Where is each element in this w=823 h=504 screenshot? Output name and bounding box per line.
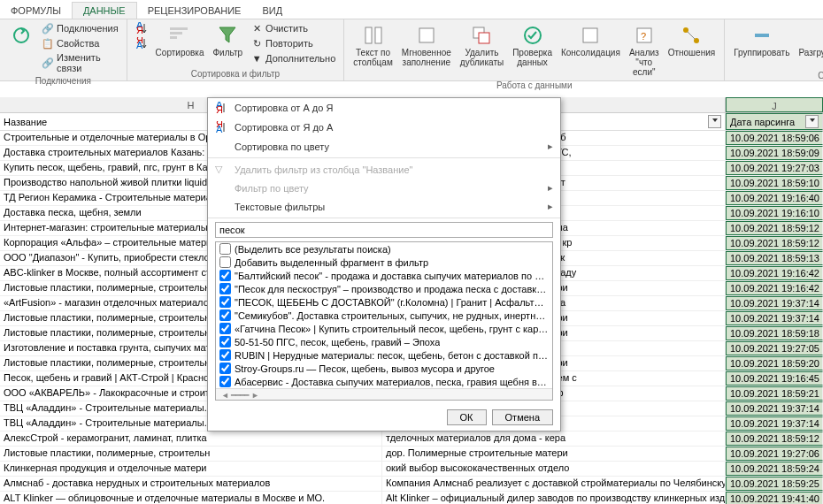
reapply-button[interactable]: ↻Повторить: [248, 36, 338, 50]
cell[interactable]: 10.09.2021 19:16:45: [726, 371, 823, 386]
cell[interactable]: 10.09.2021 18:59:06: [726, 131, 823, 145]
filter-checkbox[interactable]: [219, 243, 231, 255]
cell[interactable]: 10.09.2021 18:59:18: [726, 326, 823, 340]
table-row[interactable]: Алмснаб - доставка нерудных и строительн…: [0, 477, 823, 492]
cell[interactable]: 10.09.2021 19:27:05: [726, 341, 823, 355]
header-cell-date[interactable]: Дата парсинга: [726, 113, 823, 130]
sort-color-item[interactable]: Сортировка по цвету▸: [208, 137, 560, 156]
cell[interactable]: Алмснаб - доставка нерудных и строительн…: [0, 477, 382, 491]
cell[interactable]: 10.09.2021 18:59:10: [726, 176, 823, 190]
text-to-columns-button[interactable]: Текст по столбцам: [350, 21, 396, 69]
group-button[interactable]: Группировать: [730, 21, 793, 59]
cell[interactable]: 10.09.2021 19:37:14: [726, 401, 823, 416]
cell[interactable]: 10.09.2021 19:37:14: [726, 296, 823, 310]
tab-formulas[interactable]: ФОРМУЛЫ: [0, 3, 72, 19]
ok-button[interactable]: ОК: [447, 409, 487, 425]
filter-checkbox[interactable]: [219, 336, 231, 347]
table-row[interactable]: Листовые пластики, полимерные, строитель…: [0, 447, 823, 462]
cell[interactable]: 10.09.2021 19:37:14: [726, 416, 823, 431]
filter-check-item[interactable]: "Балтийский песок" - продажа и доставка …: [216, 269, 552, 282]
filter-check-item[interactable]: "ПЕСОК, ЩЕБЕНЬ С ДОСТАВКОЙ" (г.Коломна) …: [216, 295, 552, 309]
filter-checkbox[interactable]: [219, 349, 231, 361]
cell[interactable]: 10.09.2021 19:27:06: [726, 447, 823, 461]
ungroup-button[interactable]: Разгруппировать: [795, 21, 823, 59]
filter-checkbox[interactable]: [219, 309, 231, 321]
filter-checkbox[interactable]: [219, 376, 231, 387]
cancel-button[interactable]: Отмена: [492, 409, 553, 425]
sort-az-item[interactable]: AЯСортировка от А до Я: [208, 98, 560, 118]
svg-text:?: ?: [641, 31, 646, 42]
tab-review[interactable]: РЕЦЕНЗИРОВАНИЕ: [137, 3, 252, 19]
cell[interactable]: Компания Алмснаб реализует с доставкой с…: [382, 477, 726, 491]
cell[interactable]: тделочных материалов для дома - кера: [382, 431, 726, 446]
filter-check-item[interactable]: Абасервис - Доставка сыпучих материалов,…: [216, 375, 552, 388]
edit-links-button[interactable]: 🔗Изменить связи: [39, 51, 121, 74]
sort-za-item[interactable]: ЯAСортировка от Я до А: [208, 118, 560, 137]
filter-check-item[interactable]: Добавить выделенный фрагмент в фильтр: [216, 256, 552, 269]
filter-checkbox[interactable]: [219, 363, 231, 374]
filter-check-item[interactable]: Stroy-Groups.ru — Песок, щебень, вывоз м…: [216, 362, 552, 375]
filter-check-item[interactable]: (Выделить все результаты поиска): [216, 242, 552, 256]
cell[interactable]: 10.09.2021 19:16:42: [726, 266, 823, 280]
sort-za-button[interactable]: ЯA: [133, 36, 150, 50]
cell[interactable]: Alt Klinker – официальный дилер заводов …: [382, 492, 726, 504]
filter-button[interactable]: Фильтр: [209, 21, 246, 59]
cell[interactable]: 10.09.2021 18:59:21: [726, 386, 823, 401]
filter-search-input[interactable]: [215, 222, 553, 238]
cell[interactable]: 10.09.2021 18:59:13: [726, 251, 823, 265]
filter-checkbox[interactable]: [219, 283, 231, 294]
relationships-button[interactable]: Отношения: [665, 21, 719, 59]
cell[interactable]: дор. Полимерные строительные матери: [382, 447, 726, 461]
scrollbar-hint[interactable]: ◄ ━━━━ ►: [216, 388, 552, 401]
cell[interactable]: Клинкерная продукция и отделочные матери: [0, 462, 382, 476]
filter-checkbox[interactable]: [219, 296, 231, 308]
cell[interactable]: 10.09.2021 18:59:12: [726, 431, 823, 446]
cell[interactable]: 10.09.2021 19:41:40: [726, 492, 823, 504]
filter-check-item[interactable]: "Семикубов". Доставка строительных, сыпу…: [216, 309, 552, 322]
refresh-all-button[interactable]: [5, 21, 37, 50]
filter-dropdown-button-date[interactable]: [805, 115, 819, 128]
cell[interactable]: 10.09.2021 19:16:40: [726, 191, 823, 205]
tab-data[interactable]: ДАННЫЕ: [72, 2, 137, 19]
cell[interactable]: 10.09.2021 18:59:25: [726, 477, 823, 491]
cell[interactable]: 10.09.2021 19:16:42: [726, 281, 823, 295]
whatif-button[interactable]: ?Анализ "что если": [626, 21, 663, 79]
cell[interactable]: окий выбор высококачественных отдело: [382, 462, 726, 476]
table-row[interactable]: АлексСтрой - керамогранит, ламинат, плит…: [0, 431, 823, 447]
filter-check-item[interactable]: RUBIN | Нерудные материалы: песок, щебен…: [216, 348, 552, 362]
cell[interactable]: ALT Klinker — облицовочные и отделочные …: [0, 492, 382, 504]
filter-dropdown-button-desc[interactable]: [708, 115, 721, 128]
filter-checkbox[interactable]: [219, 270, 231, 281]
sort-button[interactable]: Сортировка: [152, 21, 208, 59]
advanced-filter-button[interactable]: ▼Дополнительно: [248, 51, 338, 65]
filter-check-item[interactable]: 50-51-50 ПГС, песок, щебень, гравий – Эп…: [216, 335, 552, 348]
filter-check-item[interactable]: «Гатчина Песок» | Купить строительный пе…: [216, 322, 552, 335]
filter-checkbox[interactable]: [219, 256, 231, 268]
cell[interactable]: 10.09.2021 19:27:03: [726, 161, 823, 175]
remove-duplicates-button[interactable]: Удалить дубликаты: [457, 21, 507, 69]
cell[interactable]: 10.09.2021 18:59:12: [726, 236, 823, 250]
table-row[interactable]: Клинкерная продукция и отделочные матери…: [0, 462, 823, 477]
consolidate-button[interactable]: Консолидация: [558, 21, 624, 59]
tab-view[interactable]: ВИД: [251, 3, 293, 19]
cell[interactable]: АлексСтрой - керамогранит, ламинат, плит…: [0, 431, 382, 446]
column-header-j[interactable]: J: [726, 97, 823, 112]
connections-button[interactable]: 🔗Подключения: [39, 21, 121, 35]
text-filters-item[interactable]: Текстовые фильтры▸: [208, 197, 560, 216]
filter-check-item[interactable]: "Песок для пескоструя" – производство и …: [216, 282, 552, 295]
cell[interactable]: 10.09.2021 19:37:14: [726, 311, 823, 325]
cell[interactable]: 10.09.2021 19:16:10: [726, 206, 823, 220]
cell[interactable]: 10.09.2021 18:59:12: [726, 221, 823, 235]
clear-filter-button[interactable]: ✕Очистить: [248, 21, 338, 35]
cell[interactable]: 10.09.2021 18:59:09: [726, 146, 823, 160]
data-validation-button[interactable]: Проверка данных: [509, 21, 556, 69]
filter-checkbox[interactable]: [219, 323, 231, 334]
cell[interactable]: Листовые пластики, полимерные, строитель…: [0, 447, 382, 461]
properties-button[interactable]: 📋Свойства: [39, 36, 121, 50]
flash-fill-button[interactable]: Мгновенное заполнение: [398, 21, 455, 69]
table-row[interactable]: ALT Klinker — облицовочные и отделочные …: [0, 492, 823, 504]
ribbon-tabs: ФОРМУЛЫ ДАННЫЕ РЕЦЕНЗИРОВАНИЕ ВИД: [0, 0, 823, 19]
cell[interactable]: 10.09.2021 18:59:20: [726, 356, 823, 370]
cell[interactable]: 10.09.2021 18:59:24: [726, 462, 823, 476]
sort-az-button[interactable]: AЯ: [133, 21, 150, 35]
